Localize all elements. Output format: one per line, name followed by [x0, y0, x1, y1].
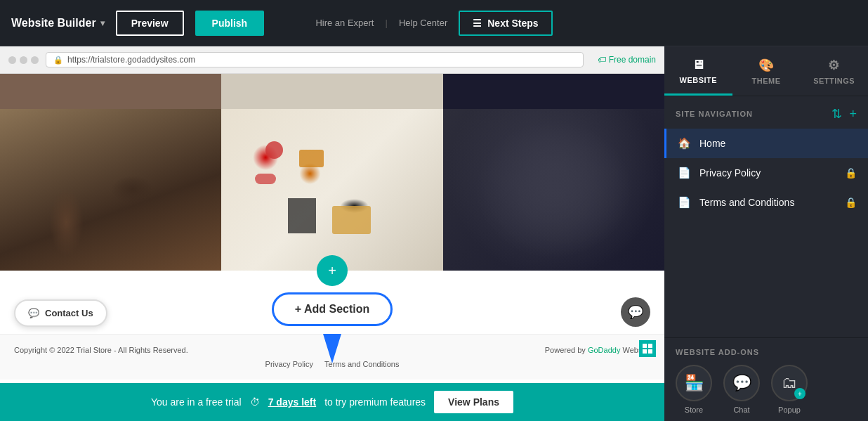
page-icon-privacy: 📄 — [678, 167, 691, 179]
topbar: Website Builder ▾ Preview Publish Hire a… — [0, 0, 868, 46]
site-navigation-title: SITE NAVIGATION — [676, 110, 753, 118]
browser-dot-green — [31, 56, 39, 64]
godaddy-link[interactable]: GoDaddy — [588, 346, 620, 354]
add-nav-button[interactable]: + — [849, 106, 857, 122]
trial-message: You are in a free trial — [151, 396, 242, 408]
privacy-lock-icon: 🔒 — [845, 167, 857, 179]
main-area: 🔒 https://trialstore.godaddysites.com 🏷 … — [0, 46, 868, 421]
topbar-center: Hire an Expert | Help Center ☰ Next Step… — [315, 11, 552, 36]
website-tab-label: WEBSITE — [680, 76, 718, 84]
popup-icon-circle: 🗂 + — [771, 365, 808, 401]
nav-item-terms-label: Terms and Conditions — [699, 197, 836, 208]
store-icon-circle: 🏪 — [676, 365, 712, 401]
strip-piece-1 — [0, 74, 221, 109]
trial-suffix: to try premium features — [324, 396, 426, 408]
settings-tab-icon: ⚙ — [828, 58, 840, 73]
tab-settings[interactable]: ⚙ SETTINGS — [800, 46, 868, 96]
hire-expert-link[interactable]: Hire an Expert — [315, 18, 374, 28]
nav-item-home-label: Home — [699, 138, 857, 149]
view-plans-button[interactable]: View Plans — [434, 391, 513, 413]
store-icon: 🏪 — [685, 374, 704, 392]
website-tab-icon: 🖥 — [692, 58, 705, 72]
addons-grid: 🏪 Store 💬 Chat 🗂 + Popup — [676, 365, 857, 414]
next-steps-icon: ☰ — [473, 18, 482, 29]
strip-piece-3 — [443, 74, 664, 109]
browser-dot-yellow — [20, 56, 27, 64]
footer-grid-icon[interactable] — [639, 340, 656, 357]
gallery-image-2 — [221, 109, 442, 271]
site-navigation-header: SITE NAVIGATION ⇅ + — [664, 96, 868, 129]
trial-bar: You are in a free trial ⏱ 7 days left to… — [0, 383, 664, 421]
footer-powered: Powered by GoDaddy Website — [545, 346, 650, 354]
site-content: + + Add Section Copyright © 2022 Trial S… — [0, 74, 664, 383]
store-label: Store — [685, 406, 703, 414]
home-icon: 🏠 — [678, 137, 691, 150]
contact-us-button[interactable]: 💬 Contact Us — [14, 299, 107, 327]
website-addons-section: WEBSITE ADD-ONS 🏪 Store 💬 Chat � — [664, 337, 868, 421]
next-steps-button[interactable]: ☰ Next Steps — [459, 11, 552, 36]
next-steps-label: Next Steps — [487, 18, 538, 29]
url-text: https://trialstore.godaddysites.com — [67, 55, 195, 65]
browser-dots — [8, 56, 39, 64]
tab-theme[interactable]: 🎨 THEME — [732, 46, 801, 96]
tab-website[interactable]: 🖥 WEBSITE — [664, 46, 732, 96]
nav-item-privacy[interactable]: 📄 Privacy Policy 🔒 — [664, 158, 868, 188]
addon-store[interactable]: 🏪 Store — [676, 365, 712, 414]
add-section-bubble-button[interactable]: + — [317, 255, 348, 286]
preview-button[interactable]: Preview — [116, 11, 184, 36]
chat-label: Chat — [733, 406, 749, 414]
chat-addon-icon: 💬 — [732, 374, 751, 392]
nav-item-terms[interactable]: 📄 Terms and Conditions 🔒 — [664, 188, 868, 217]
footer-copyright: Copyright © 2022 Trial Store - All Right… — [14, 346, 188, 354]
theme-tab-icon: 🎨 — [758, 58, 775, 73]
free-domain-badge: 🏷 Free domain — [598, 55, 656, 65]
addons-title: WEBSITE ADD-ONS — [676, 348, 857, 356]
top-image-strip — [0, 74, 664, 109]
popup-label: Popup — [778, 406, 801, 414]
chat-icon: 💬 — [28, 308, 39, 318]
sidebar-section-actions: ⇅ + — [831, 106, 857, 122]
sidebar-body: SITE NAVIGATION ⇅ + 🏠 Home 📄 Privacy Pol… — [664, 96, 868, 337]
publish-button[interactable]: Publish — [195, 11, 265, 36]
contact-us-label: Contact Us — [45, 308, 93, 318]
days-left-link[interactable]: 7 days left — [268, 396, 316, 408]
terms-lock-icon: 🔒 — [845, 197, 857, 208]
browser-dot-red — [8, 56, 16, 64]
divider: | — [385, 18, 387, 28]
nav-item-privacy-label: Privacy Policy — [699, 167, 836, 179]
gallery-image-3 — [443, 109, 664, 271]
settings-tab-label: SETTINGS — [813, 77, 855, 85]
popup-badge: + — [794, 388, 805, 399]
theme-tab-label: THEME — [752, 77, 781, 85]
nav-item-home[interactable]: 🏠 Home — [664, 129, 868, 158]
strip-piece-2 — [221, 74, 442, 109]
chat-icon-preview: 💬 — [628, 304, 643, 320]
browser-chrome: 🔒 https://trialstore.godaddysites.com 🏷 … — [0, 46, 664, 74]
addon-chat[interactable]: 💬 Chat — [723, 365, 760, 414]
add-section-button[interactable]: + Add Section — [272, 292, 393, 326]
footer-privacy-link[interactable]: Privacy Policy — [265, 360, 313, 368]
address-bar[interactable]: 🔒 https://trialstore.godaddysites.com — [46, 52, 584, 67]
brand-chevron-icon: ▾ — [100, 18, 105, 28]
plus-icon: + — [328, 263, 336, 279]
chat-icon-circle: 💬 — [723, 365, 760, 401]
trial-clock-icon: ⏱ — [250, 396, 260, 408]
addon-popup[interactable]: 🗂 + Popup — [771, 365, 808, 414]
chat-bubble[interactable]: 💬 — [621, 297, 650, 327]
topbar-left: Website Builder ▾ Preview Publish — [11, 11, 315, 36]
gallery-image-1 — [0, 109, 221, 271]
sidebar: 🖥 WEBSITE 🎨 THEME ⚙ SETTINGS SITE NAVIGA… — [664, 46, 868, 421]
brand-label: Website Builder — [11, 17, 96, 30]
lock-icon: 🔒 — [53, 56, 63, 65]
help-center-link[interactable]: Help Center — [399, 18, 447, 28]
sidebar-tabs: 🖥 WEBSITE 🎨 THEME ⚙ SETTINGS — [664, 46, 868, 96]
preview-area: 🔒 https://trialstore.godaddysites.com 🏷 … — [0, 46, 664, 421]
page-icon-terms: 📄 — [678, 196, 691, 209]
gallery-section: + — [0, 109, 664, 271]
brand-logo[interactable]: Website Builder ▾ — [11, 17, 105, 30]
reorder-nav-button[interactable]: ⇅ — [831, 106, 842, 122]
